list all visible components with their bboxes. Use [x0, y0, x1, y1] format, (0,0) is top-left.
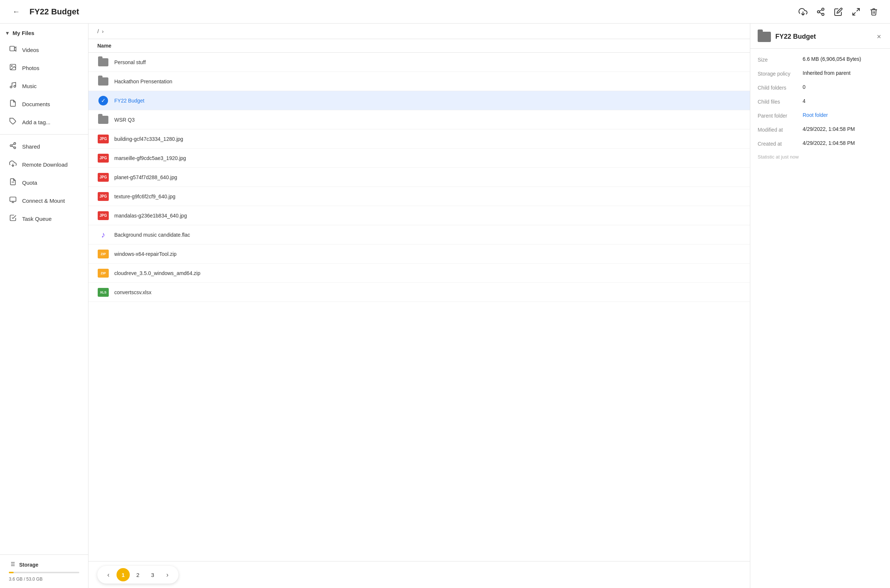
svg-point-12	[11, 86, 12, 88]
quota-icon	[9, 178, 17, 187]
detail-row-modified-at: Modified at 4/29/2022, 1:04:58 PM	[758, 126, 882, 133]
share-icon	[816, 8, 825, 16]
share-button[interactable]	[813, 4, 828, 19]
sidebar-item-remote-download-label: Remote Download	[22, 162, 68, 168]
detail-value-modified-at: 4/29/2022, 1:04:58 PM	[803, 126, 855, 132]
back-button[interactable]: ←	[9, 4, 24, 19]
storage-label-text: Storage	[19, 562, 38, 568]
sidebar-item-photos[interactable]: Photos	[0, 59, 88, 77]
sidebar-item-documents-label: Documents	[22, 101, 50, 107]
detail-folder-icon	[758, 32, 771, 42]
sidebar-item-quota[interactable]: Quota	[0, 174, 88, 192]
svg-point-16	[11, 145, 12, 147]
file-name: cloudreve_3.5.0_windows_amd64.zip	[114, 270, 741, 276]
storage-info-text: 3.6 GB / 53.0 GB	[9, 577, 42, 582]
svg-point-15	[14, 142, 16, 144]
column-name-label: Name	[98, 43, 111, 49]
page-title: FY22 Budget	[30, 7, 79, 16]
page-3-button[interactable]: 3	[146, 568, 159, 581]
detail-value-parent-folder[interactable]: Root folder	[803, 112, 828, 118]
table-row[interactable]: JPG mandalas-g236e1b834_640.jpg	[89, 206, 750, 225]
sidebar-item-documents[interactable]: Documents	[0, 95, 88, 113]
file-name: FY22 Budget	[114, 98, 741, 104]
sidebar-item-music[interactable]: Music	[0, 77, 88, 95]
prev-page-button[interactable]: ‹	[102, 568, 115, 581]
videos-icon	[9, 45, 17, 54]
sidebar-item-connect-mount[interactable]: Connect & Mount	[0, 192, 88, 210]
delete-icon	[870, 8, 878, 16]
chevron-down-icon: ▾	[6, 30, 9, 36]
table-row[interactable]: Personal stuff	[89, 53, 750, 72]
file-name: building-gcf47c3334_1280.jpg	[114, 136, 741, 142]
table-row[interactable]: JPG texture-g9fc6f2cf9_640.jpg	[89, 187, 750, 206]
download-button[interactable]	[795, 4, 810, 19]
detail-row-created-at: Created at 4/29/2022, 1:04:58 PM	[758, 140, 882, 147]
detail-row-parent-folder: Parent folder Root folder	[758, 112, 882, 119]
detail-row-storage-policy: Storage policy Inherited from parent	[758, 70, 882, 76]
svg-line-4	[819, 12, 822, 14]
table-row[interactable]: ✓ FY22 Budget	[89, 91, 750, 110]
sidebar-divider	[0, 134, 88, 135]
sidebar-item-shared[interactable]: Shared	[0, 138, 88, 156]
page-2-button[interactable]: 2	[131, 568, 144, 581]
sidebar-item-task-queue[interactable]: Task Queue	[0, 210, 88, 228]
detail-row-size: Size 6.6 MB (6,906,054 Bytes)	[758, 56, 882, 63]
header-left: ← FY22 Budget	[9, 4, 79, 19]
file-area: / › Name Personal stuff Hackathon Prense…	[89, 24, 750, 588]
svg-line-19	[12, 144, 14, 145]
sidebar-item-videos[interactable]: Videos	[0, 41, 88, 59]
zip-file-icon: ZIP	[98, 248, 109, 260]
detail-panel: FY22 Budget × Size 6.6 MB (6,906,054 Byt…	[750, 24, 890, 588]
table-row[interactable]: ♪ Background music candidate.flac	[89, 225, 750, 244]
table-row[interactable]: JPG planet-g574f7d288_640.jpg	[89, 168, 750, 187]
file-list-header: Name	[89, 39, 750, 53]
my-files-label: My Files	[12, 30, 34, 36]
storage-bar-background	[9, 572, 79, 573]
folder-icon	[98, 56, 109, 68]
sidebar-item-photos-label: Photos	[22, 65, 39, 71]
detail-value-child-folders: 0	[803, 84, 806, 90]
file-name: marseille-gf9cdc5ae3_1920.jpg	[114, 155, 741, 161]
detail-label-child-files: Child files	[758, 98, 798, 105]
sidebar-item-quota-label: Quota	[22, 180, 37, 186]
main-container: ▾ My Files Videos Photos Music	[0, 24, 890, 588]
next-page-button[interactable]: ›	[161, 568, 174, 581]
my-files-section[interactable]: ▾ My Files	[0, 24, 88, 39]
sidebar-item-add-tag-label: Add a tag...	[22, 119, 51, 125]
breadcrumb-arrow[interactable]: ›	[102, 28, 104, 34]
breadcrumb-root: /	[98, 28, 99, 34]
detail-label-size: Size	[758, 56, 798, 63]
page-1-button[interactable]: 1	[117, 568, 130, 581]
export-icon	[852, 8, 860, 16]
delete-button[interactable]	[866, 4, 881, 19]
table-row[interactable]: XLS convertscsv.xlsx	[89, 283, 750, 302]
sidebar-item-remote-download[interactable]: Remote Download	[0, 156, 88, 174]
table-row[interactable]: ZIP cloudreve_3.5.0_windows_amd64.zip	[89, 264, 750, 283]
table-row[interactable]: ZIP windows-x64-repairTool.zip	[89, 244, 750, 264]
edit-button[interactable]	[831, 4, 846, 19]
export-button[interactable]	[849, 4, 863, 19]
storage-icon	[9, 561, 15, 569]
table-row[interactable]: WSR Q3	[89, 110, 750, 129]
check-icon: ✓	[98, 95, 109, 106]
table-row[interactable]: JPG marseille-gf9cdc5ae3_1920.jpg	[89, 148, 750, 168]
detail-close-button[interactable]: ×	[875, 31, 882, 42]
music-file-icon: ♪	[98, 229, 109, 241]
svg-line-18	[12, 146, 14, 147]
sidebar-item-videos-label: Videos	[22, 47, 39, 53]
svg-rect-8	[10, 46, 15, 51]
file-name: planet-g574f7d288_640.jpg	[114, 174, 741, 180]
sidebar-item-connect-mount-label: Connect & Mount	[22, 198, 65, 204]
storage-bar-fill	[9, 572, 14, 573]
sidebar-item-add-tag[interactable]: Add a tag...	[0, 113, 88, 131]
image-file-icon: JPG	[98, 171, 109, 183]
table-row[interactable]: JPG building-gcf47c3334_1280.jpg	[89, 129, 750, 148]
music-icon	[9, 81, 17, 91]
image-file-icon: JPG	[98, 190, 109, 202]
image-file-icon: JPG	[98, 133, 109, 145]
table-row[interactable]: Hackathon Prensentation	[89, 72, 750, 91]
pagination: ‹ 1 2 3 ›	[98, 566, 179, 584]
detail-stat: Statistic at just now	[758, 154, 882, 160]
cloud-download-icon	[9, 160, 17, 169]
detail-panel-header: FY22 Budget ×	[750, 24, 890, 49]
